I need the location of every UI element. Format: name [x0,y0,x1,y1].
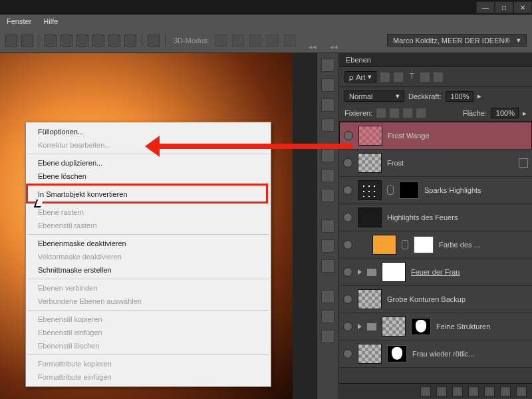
opt-icon[interactable] [124,35,136,47]
fill-field[interactable]: 100% [491,108,519,118]
layer-thumbnail[interactable] [358,126,382,146]
visibility-eye-icon[interactable] [343,349,352,358]
layer-thumbnail[interactable] [358,180,382,200]
opt-icon[interactable] [148,35,160,47]
expand-triangle-icon[interactable] [358,324,362,329]
layer-row[interactable]: Highlights des Feuers [339,204,532,231]
filter-shape-icon[interactable] [420,72,430,82]
lock-paint-icon[interactable] [390,108,399,118]
filter-adjust-icon[interactable] [394,72,403,82]
user-dropdown[interactable]: Marco Kolditz, MEER DER IDEEN®▾ [387,34,527,47]
layer-row[interactable]: Feuer der Frau [339,259,532,286]
layer-mask-thumbnail[interactable] [411,318,431,335]
panel-icon[interactable] [321,59,334,72]
panel-icon[interactable] [321,189,334,202]
panel-icon[interactable] [321,330,334,343]
layer-row[interactable]: Grobe Konturen Backup [339,286,532,313]
ctxmenu-item[interactable]: Schnittmaske erstellen [26,263,271,277]
delete-layer-icon[interactable] [516,386,527,397]
opt-icon[interactable] [21,35,33,47]
fx-icon[interactable] [436,386,447,397]
context-menu: Fülloptionen...Korrektur bearbeiten...Eb… [25,122,271,387]
ctxmenu-item[interactable]: In Smartobjekt konvertieren [26,188,271,201]
layer-row[interactable]: Farbe des ... [339,231,532,259]
visibility-eye-icon[interactable] [343,322,352,331]
panel-icon[interactable] [321,290,334,303]
opacity-field[interactable]: 100% [446,91,473,102]
group-icon[interactable] [484,386,495,397]
link-layers-icon[interactable] [420,386,431,397]
collapse-icon[interactable]: ◂◂ [330,43,338,51]
visibility-eye-icon[interactable] [344,131,353,140]
panel-icon[interactable] [321,259,334,273]
panel-icon[interactable] [321,310,334,323]
filter-pixel-icon[interactable] [380,72,390,82]
filter-select[interactable]: ρ Art ▾ [344,71,376,82]
collapse-icon[interactable]: ◂◂ [309,43,317,51]
canvas-area[interactable]: Fülloptionen...Korrektur bearbeiten...Eb… [0,53,317,399]
new-layer-icon[interactable] [500,386,511,397]
layer-mask-thumbnail[interactable] [414,236,434,253]
panel-icon[interactable] [321,78,334,92]
visibility-eye-icon[interactable] [343,158,352,168]
layer-thumbnail[interactable] [358,207,382,227]
layer-name[interactable]: Sparks Highlights [424,186,528,194]
panel-icon[interactable] [321,149,334,162]
close-button[interactable]: ✕ [513,1,532,13]
layer-thumbnail[interactable] [372,235,396,255]
opt-icon[interactable] [45,35,57,47]
layer-name[interactable]: Frost Wange [388,132,527,140]
panel-icon[interactable] [321,98,334,112]
opt-icon[interactable] [92,35,104,47]
layer-name[interactable]: Frost [387,159,513,167]
layer-row[interactable]: Sparks Highlights [339,177,532,204]
visibility-eye-icon[interactable] [343,267,352,277]
filter-type-icon[interactable]: T [407,72,416,82]
layer-name[interactable]: Frau wieder rötlic... [412,350,528,358]
layer-name[interactable]: Farbe des ... [439,241,528,249]
layer-thumbnail[interactable] [358,344,382,364]
ctxmenu-item[interactable]: Ebene duplizieren... [26,156,271,170]
layer-mask-thumbnail[interactable] [387,345,407,362]
opt-icon[interactable] [76,35,88,47]
layer-name[interactable]: Feuer der Frau [411,268,528,276]
layer-row[interactable]: Feine Strukturen [339,313,532,340]
lock-move-icon[interactable] [403,108,412,118]
layer-row[interactable]: Frau wieder rötlic... [339,340,532,368]
panel-icon[interactable] [321,169,334,182]
menu-hilfe[interactable]: Hilfe [43,17,58,25]
opt-icon[interactable] [61,35,72,47]
panel-icon[interactable] [321,239,334,253]
opt-icon[interactable] [5,35,17,47]
layer-name[interactable]: Feine Strukturen [436,323,528,331]
panel-tab-layers[interactable]: Ebenen [339,53,532,67]
blendmode-select[interactable]: Normal ▾ [344,90,404,102]
visibility-eye-icon[interactable] [343,240,352,249]
layer-name[interactable]: Grobe Konturen Backup [387,295,528,303]
layer-row[interactable]: Frost Wange [339,122,532,150]
visibility-eye-icon[interactable] [343,186,352,195]
ctxmenu-item[interactable]: Ebene löschen [26,170,271,183]
opt-icon[interactable] [108,35,120,47]
minimize-button[interactable]: — [476,1,495,13]
layer-thumbnail[interactable] [382,317,406,336]
layer-row[interactable]: Frost [339,150,532,177]
expand-triangle-icon[interactable] [358,269,362,275]
lock-trans-icon[interactable] [376,108,386,118]
ctxmenu-item[interactable]: Ebenenmaske deaktivieren [26,237,271,250]
lock-all-icon[interactable] [416,108,426,118]
layer-thumbnail[interactable] [358,153,382,173]
mask-icon[interactable] [452,386,463,397]
visibility-eye-icon[interactable] [343,295,352,304]
panel-icon[interactable] [321,118,334,132]
layer-thumbnail[interactable] [382,262,406,282]
adjustment-icon[interactable] [468,386,479,397]
panel-icon[interactable] [321,219,334,233]
maximize-button[interactable]: □ [495,1,513,13]
layer-mask-thumbnail[interactable] [399,182,419,199]
layer-thumbnail[interactable] [358,289,382,309]
visibility-eye-icon[interactable] [343,213,352,222]
layer-name[interactable]: Highlights des Feuers [387,213,528,221]
filter-smart-icon[interactable] [434,72,443,82]
menu-fenster[interactable]: Fenster [7,17,31,25]
